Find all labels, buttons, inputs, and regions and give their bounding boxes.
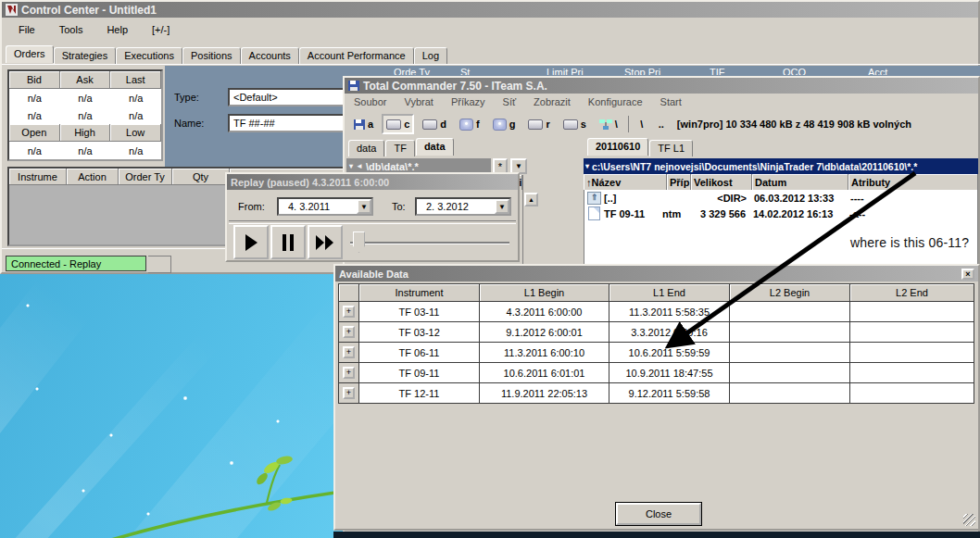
menu-help[interactable]: Help bbox=[105, 22, 130, 37]
arrow-glyph: ▼ bbox=[360, 203, 368, 211]
cell-l2-end bbox=[850, 322, 974, 343]
tc-drivebar: a c d f g r s \ \ bbox=[345, 111, 978, 137]
tab-positions[interactable]: Positions bbox=[182, 47, 241, 64]
tc-titlebar[interactable]: Total Commander 7.50 - ITeam S.A. bbox=[345, 78, 978, 94]
cell-instrument: TF 03-12 bbox=[359, 322, 480, 343]
expand-button[interactable]: + bbox=[343, 346, 355, 358]
clipped-col: TIF bbox=[710, 67, 725, 75]
pause-button[interactable] bbox=[270, 225, 306, 259]
tab-account-performance[interactable]: Account Performance bbox=[299, 47, 414, 64]
dropdown-arrow-icon[interactable]: ▾ bbox=[349, 162, 353, 170]
col-nazev[interactable]: ↑ Název bbox=[584, 174, 667, 190]
expand-button[interactable]: + bbox=[343, 326, 355, 338]
menu-start[interactable]: Start bbox=[659, 94, 684, 109]
control-center-titlebar[interactable]: Control Center - Untitled1 bbox=[2, 2, 978, 18]
chevron-left-icon[interactable]: ◄ bbox=[356, 162, 363, 170]
tab-log[interactable]: Log bbox=[414, 47, 447, 64]
star-label: * bbox=[498, 161, 502, 172]
fast-forward-button[interactable] bbox=[308, 225, 343, 259]
menu-plusminus[interactable]: [+/-] bbox=[150, 22, 171, 37]
tab-accounts[interactable]: Accounts bbox=[241, 47, 299, 64]
close-icon[interactable]: × bbox=[961, 269, 974, 280]
col-order-type[interactable]: Order Ty bbox=[119, 169, 172, 185]
play-button[interactable] bbox=[233, 225, 269, 259]
dropdown-arrow-icon[interactable]: ▾ bbox=[585, 162, 589, 170]
folder-tab-tf-l1[interactable]: TF L1 bbox=[649, 140, 693, 156]
floppy-icon bbox=[354, 119, 365, 130]
tab-executions[interactable]: Executions bbox=[116, 47, 182, 64]
name-input[interactable]: TF ##-## bbox=[228, 114, 346, 132]
menu-sit[interactable]: Síť bbox=[501, 94, 519, 109]
tab-strategies[interactable]: Strategies bbox=[54, 47, 117, 64]
resize-grip[interactable] bbox=[963, 514, 975, 526]
drive-a-button[interactable]: a bbox=[349, 114, 378, 134]
high-value: n/a bbox=[60, 142, 111, 159]
menu-soubor[interactable]: Soubor bbox=[352, 94, 388, 109]
file-name: TF 09-11 bbox=[604, 208, 662, 219]
available-data-titlebar[interactable]: Available Data × bbox=[335, 266, 978, 282]
folder-up-glyph: ⇑ bbox=[591, 194, 598, 202]
cell-l1-begin: 10.6.2011 6:01:01 bbox=[480, 363, 609, 383]
root-button[interactable]: \ bbox=[634, 114, 649, 134]
drive-f-button[interactable]: f bbox=[455, 114, 484, 134]
last-value: n/a bbox=[110, 106, 161, 124]
col-atributy[interactable]: Atributy bbox=[848, 174, 978, 190]
window-title: Available Data bbox=[339, 269, 408, 280]
drive-r-button[interactable]: r bbox=[523, 114, 554, 134]
menu-zobrazit[interactable]: Zobrazit bbox=[532, 94, 572, 109]
drive-letter: f bbox=[476, 119, 480, 130]
to-date-dropdown[interactable]: 2. 3.2012 ▼ bbox=[415, 197, 511, 216]
drive-c-button[interactable]: c bbox=[382, 114, 414, 134]
file-row[interactable]: TF 09-11 ntm 3 329 566 14.02.2012 16:13 … bbox=[584, 206, 977, 221]
folder-tab-data1[interactable]: data bbox=[348, 140, 384, 156]
cell-l2-end bbox=[850, 363, 974, 383]
expand-button[interactable]: + bbox=[343, 387, 355, 399]
file-attr: -a-- bbox=[849, 208, 865, 219]
from-date-dropdown[interactable]: 4. 3.2011 ▼ bbox=[277, 197, 373, 216]
parent-dir-button[interactable]: .. bbox=[653, 114, 670, 134]
dropdown-arrow-icon[interactable]: ▼ bbox=[495, 199, 509, 214]
annotation-text: where is this 06-11? bbox=[850, 235, 969, 250]
left-panel-scrollbar[interactable]: ▲ bbox=[522, 175, 539, 264]
col-expand bbox=[339, 284, 359, 302]
replay-slider-track[interactable] bbox=[350, 242, 509, 244]
ask-value: n/a bbox=[60, 89, 111, 106]
expand-button[interactable]: + bbox=[343, 367, 355, 379]
dropdown-arrow-icon[interactable]: ▼ bbox=[357, 199, 371, 214]
col-l1-begin: L1 Begin bbox=[480, 284, 609, 302]
network-drive-button[interactable]: \ bbox=[595, 114, 622, 134]
menu-konfigurace[interactable]: Konfigurace bbox=[586, 94, 645, 109]
menu-tools[interactable]: Tools bbox=[57, 22, 85, 37]
cell-l2-begin bbox=[730, 322, 850, 343]
table-row: + TF 03-12 9.1.2012 6:00:01 3.3.2012 0:3… bbox=[339, 322, 974, 343]
col-pripona[interactable]: Příp bbox=[667, 174, 691, 190]
table-row: + TF 06-11 11.3.2011 6:00:10 10.6.2011 5… bbox=[339, 343, 974, 363]
folder-tab-20110610[interactable]: 20110610 bbox=[587, 138, 648, 156]
folder-tab-data2[interactable]: data bbox=[416, 138, 454, 156]
col-action[interactable]: Action bbox=[67, 169, 119, 185]
tc-right-pathbar[interactable]: ▾ c:\Users\NT7 nejnovejsi\Documents\Ninj… bbox=[584, 158, 978, 174]
drive-g-button[interactable]: g bbox=[488, 114, 521, 134]
close-button[interactable]: Close bbox=[616, 503, 701, 525]
plus-icon: + bbox=[346, 328, 351, 336]
scroll-up-button[interactable]: ▲ bbox=[524, 193, 538, 206]
col-velikost[interactable]: Velikost bbox=[691, 174, 752, 190]
replay-titlebar[interactable]: Replay (paused) 4.3.2011 6:00:00 bbox=[227, 174, 518, 190]
col-instrument[interactable]: Instrume bbox=[9, 169, 67, 185]
cc-tabs: Orders Strategies Executions Positions A… bbox=[6, 44, 447, 64]
col-qty[interactable]: Qty bbox=[172, 169, 230, 185]
ninjatrader-logo-icon bbox=[6, 4, 18, 16]
file-row-up[interactable]: ⇑ [..] <DIR> 06.03.2012 13:33 ---- bbox=[584, 190, 977, 206]
col-datum[interactable]: Datum bbox=[752, 174, 848, 190]
type-dropdown[interactable]: <Default> bbox=[228, 88, 346, 106]
replay-slider-handle[interactable] bbox=[353, 231, 365, 253]
menu-file[interactable]: File bbox=[17, 22, 37, 37]
menu-vybrat[interactable]: Vybrat bbox=[402, 94, 434, 109]
menu-prikazy[interactable]: Příkazy bbox=[449, 94, 487, 109]
drive-d-button[interactable]: d bbox=[418, 114, 451, 134]
left-path: \db\data\*.* bbox=[366, 161, 419, 172]
folder-tab-tf[interactable]: TF bbox=[385, 140, 414, 156]
expand-button[interactable]: + bbox=[343, 306, 355, 318]
drive-s-button[interactable]: s bbox=[559, 114, 591, 134]
tab-orders[interactable]: Orders bbox=[6, 45, 54, 63]
